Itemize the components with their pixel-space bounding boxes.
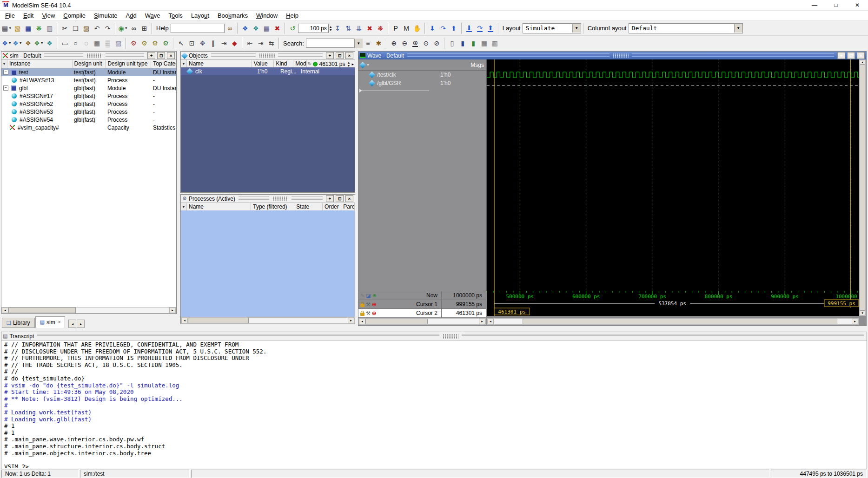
sim-tree-row[interactable]: #ASSIGN#17glbl(fast)Process- [1, 92, 176, 100]
menu-help[interactable]: Help [282, 11, 303, 20]
zoom-cursor-icon[interactable]: ⊙ [421, 38, 431, 49]
sim-tree-row[interactable]: #ASSIGN#53glbl(fast)Process- [1, 108, 176, 116]
next-transition-icon[interactable]: ⇥ [255, 38, 266, 49]
stop-icon[interactable]: ✖ [364, 23, 375, 33]
dropdown-arrow-icon[interactable]: ▼ [19, 40, 22, 46]
column-header-state[interactable]: State [294, 203, 323, 211]
column-header-design-unit-type[interactable]: Design unit type [106, 60, 151, 68]
column-header-value[interactable]: Value [252, 60, 274, 68]
link-icon[interactable]: ◪ [366, 293, 371, 298]
menu-simulate[interactable]: Simulate [90, 11, 122, 20]
add-to-list-icon[interactable]: ❖▼ [12, 38, 23, 49]
scroll-right-arrow[interactable]: ▸ [169, 308, 176, 313]
scroll-track[interactable] [188, 318, 348, 323]
transcript-prompt[interactable]: VSIM 2> [4, 464, 864, 468]
search-input[interactable] [306, 39, 354, 48]
run-all-icon[interactable]: ⇊ [354, 23, 364, 33]
cut-icon[interactable]: ✂ [60, 23, 70, 33]
dropdown-arrow-icon[interactable]: ▼ [8, 40, 12, 46]
menu-view[interactable]: View [38, 11, 59, 20]
tab-sim[interactable]: ▤sim× [35, 316, 66, 328]
objects-panel-drag-dots[interactable] [259, 53, 275, 58]
sim-hscrollbar[interactable]: ◂▸ [1, 307, 176, 314]
collapse-time-icon[interactable]: ⇆ [266, 38, 277, 49]
column-header-design-unit[interactable]: Design unit [73, 60, 106, 68]
pan-mode-icon[interactable]: ✥ [197, 38, 208, 49]
processes-panel-grip[interactable] [239, 196, 270, 201]
invert-wave-icon[interactable]: ◌ [81, 38, 92, 49]
sim-panel-drag-dots[interactable] [86, 53, 102, 58]
menu-window[interactable]: Window [252, 11, 282, 20]
processes-panel-undock-button[interactable]: ⊡ [336, 195, 344, 202]
help-search-input[interactable] [171, 24, 225, 33]
step-over-icon[interactable]: ↷ [438, 23, 449, 33]
tab-scroll-left-icon[interactable]: ◂ [68, 320, 76, 328]
tab-scroll-right-icon[interactable]: ▸ [77, 320, 85, 328]
open-folder-icon[interactable]: ▧ [12, 23, 23, 33]
edit-cursor-mode-icon[interactable]: ∥ [208, 38, 219, 49]
add-to-dataflow-icon[interactable]: ❖▼ [33, 38, 44, 49]
scroll-left-arrow[interactable]: ◂ [2, 308, 8, 313]
restart-icon[interactable]: ↺ [287, 23, 298, 33]
edit-mode-icon[interactable]: ▭ [60, 38, 70, 49]
pan-hand-icon[interactable]: ✋ [412, 23, 423, 33]
zoom-out-icon[interactable]: ⊖ [399, 38, 410, 49]
add-to-wave-icon[interactable]: ❖▼ [1, 38, 12, 49]
scroll-track[interactable] [365, 319, 479, 324]
menu-compile[interactable]: Compile [59, 11, 90, 20]
column-header-instance[interactable]: Instance [7, 60, 73, 68]
add-to-log-icon[interactable]: ❖ [23, 38, 33, 49]
history-icon[interactable]: ↻ [308, 61, 311, 66]
processes-panel-grip2[interactable] [292, 196, 323, 201]
wave-vscrollbar[interactable]: ▴ ▾ [859, 59, 866, 316]
redo-icon[interactable]: ↷ [102, 23, 113, 33]
wave-add-signal-icon[interactable] [359, 61, 366, 68]
next-time-icon[interactable]: ▸ [351, 62, 354, 66]
delete-cursor-icon[interactable]: ⊖ [372, 311, 376, 316]
transcript-header[interactable]: ▤ Transcript [1, 332, 867, 340]
zoom-full-icon[interactable]: ⊕ [410, 38, 421, 49]
menu-file[interactable]: File [1, 11, 19, 20]
step-over-instance-icon[interactable]: ↷ [475, 23, 485, 33]
sim-tree-row[interactable]: #ASSIGN#52glbl(fast)Process- [1, 100, 176, 108]
compile-icon[interactable]: ❖ [240, 23, 251, 33]
wave-panel-drag-dots[interactable] [613, 53, 629, 58]
filter-funnel-icon[interactable]: ▼ [181, 60, 187, 68]
toggle-msgs-icon[interactable]: ▥ [490, 38, 500, 49]
scroll-left-arrow[interactable]: ◂ [487, 319, 494, 324]
sketch-icon[interactable]: ✎ [360, 293, 364, 298]
minimize-button[interactable]: — [804, 0, 825, 10]
menu-add[interactable]: Add [122, 11, 141, 20]
objects-panel-undock-button[interactable]: ⊡ [336, 52, 344, 59]
chevron-down-icon[interactable]: ▼ [572, 24, 581, 33]
add-to-watch-icon[interactable]: ❖ [44, 38, 55, 49]
run-continue-icon[interactable]: ⇅ [343, 23, 354, 33]
column-header-top-categor[interactable]: Top Categor [151, 60, 176, 68]
sim-panel-undock-button[interactable]: ⊡ [157, 52, 165, 59]
column-header-order[interactable]: Order [323, 203, 341, 211]
wave-canvas-hscrollbar[interactable]: ◂ ▸ [487, 318, 859, 325]
new-file-icon[interactable]: ▤▼ [1, 23, 12, 33]
run-length-input[interactable] [298, 24, 329, 33]
select-mode-icon[interactable]: ↖ [176, 38, 186, 49]
zoom-range-icon[interactable]: ⊘ [431, 38, 442, 49]
menu-wave[interactable]: Wave [141, 11, 165, 20]
print-icon[interactable]: ▥ [44, 23, 55, 33]
menu-edit[interactable]: Edit [19, 11, 38, 20]
search-dropdown-icon[interactable]: ▼ [354, 39, 363, 48]
toggle-values-pane-icon[interactable]: ▮ [457, 38, 468, 49]
simulate-icon[interactable]: ▦ [261, 23, 272, 33]
tab-library[interactable]: ❏Library [2, 318, 35, 328]
transcript-log[interactable]: # // INFORMATION THAT ARE PRIVILEGED, CO… [2, 340, 866, 468]
memory-profile-icon[interactable]: M [401, 23, 412, 33]
gear-yellow2-icon[interactable]: ⚙ [150, 38, 160, 49]
search-exact-icon[interactable]: ≡ [363, 38, 373, 49]
tree-collapse-icon[interactable]: − [3, 85, 8, 91]
wrench-icon[interactable]: ⚒ [366, 302, 371, 307]
gear-red-icon[interactable]: ⚙ [128, 38, 139, 49]
run-icon[interactable]: ↧ [332, 23, 343, 33]
zoom-mode-icon[interactable]: ⊡ [186, 38, 197, 49]
add-cursor-icon[interactable]: ⊕ [372, 293, 377, 298]
sim-panel-close-button[interactable]: × [167, 52, 175, 59]
processes-panel-drag-dots[interactable] [272, 196, 288, 201]
